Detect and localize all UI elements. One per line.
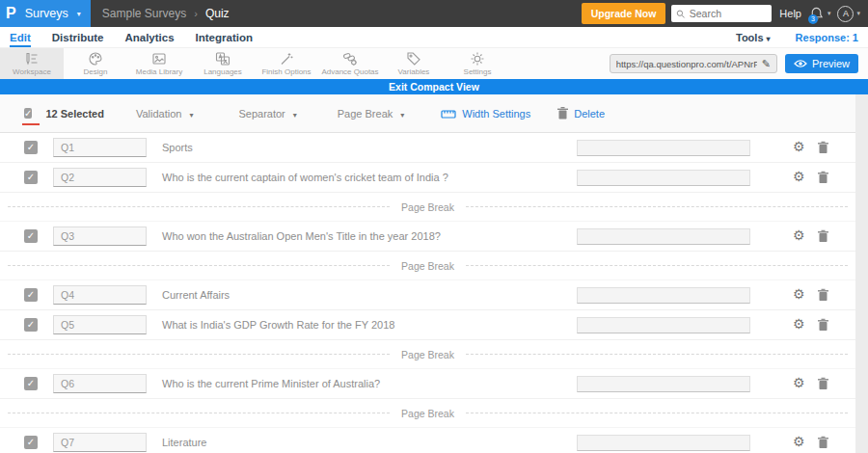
row-settings-gear-icon[interactable]: ⚙ bbox=[793, 316, 805, 332]
edit-toolbar: Workspace Design Media Library Languages… bbox=[0, 48, 868, 79]
row-settings-gear-icon[interactable]: ⚙ bbox=[793, 286, 805, 302]
row-delete-trash-icon[interactable] bbox=[818, 319, 828, 332]
row-settings-gear-icon[interactable]: ⚙ bbox=[793, 227, 805, 243]
chevron-down-icon: ▾ bbox=[827, 10, 831, 17]
notifications-button[interactable]: 3 bbox=[809, 6, 825, 21]
row-settings-gear-icon[interactable]: ⚙ bbox=[793, 375, 805, 390]
row-settings-gear-icon[interactable]: ⚙ bbox=[793, 434, 805, 449]
width-settings-button[interactable]: Width Settings bbox=[441, 107, 530, 120]
survey-url-input[interactable] bbox=[616, 59, 757, 69]
row-checkbox[interactable]: ✓ bbox=[24, 318, 38, 332]
row-delete-trash-icon[interactable] bbox=[818, 230, 828, 243]
answer-input[interactable] bbox=[577, 376, 750, 392]
answer-input[interactable] bbox=[577, 287, 750, 304]
delete-selected-button[interactable]: Delete bbox=[557, 107, 605, 120]
question-text[interactable]: Sports bbox=[162, 142, 193, 153]
question-text[interactable]: Literature bbox=[162, 437, 206, 448]
toolbar-label: Media Library bbox=[136, 67, 182, 76]
preview-button[interactable]: Preview bbox=[785, 54, 858, 73]
search-input[interactable] bbox=[690, 8, 768, 19]
edit-url-pencil-icon[interactable]: ✎ bbox=[762, 58, 771, 70]
tools-menu[interactable]: Tools ▾ bbox=[736, 32, 771, 43]
row-checkbox[interactable]: ✓ bbox=[24, 377, 38, 390]
question-text[interactable]: Who is the current Prime Minister of Aus… bbox=[162, 378, 380, 389]
chevron-down-icon: ▾ bbox=[856, 10, 860, 17]
question-text[interactable]: Who is the current captain of women's cr… bbox=[162, 172, 448, 183]
chevron-down-icon: ▾ bbox=[767, 35, 771, 43]
row-checkbox[interactable]: ✓ bbox=[24, 288, 38, 302]
row-checkbox[interactable]: ✓ bbox=[24, 229, 38, 243]
row-delete-trash-icon[interactable] bbox=[818, 289, 828, 302]
question-code-input[interactable] bbox=[53, 315, 147, 334]
question-row: ✓ Literature ⚙ bbox=[0, 428, 855, 453]
question-code-input[interactable] bbox=[53, 374, 147, 393]
chevron-down-icon: ▾ bbox=[293, 111, 297, 120]
page-break-line bbox=[466, 265, 848, 266]
response-count-link[interactable]: Response: 1 bbox=[796, 32, 858, 43]
question-code-input[interactable] bbox=[53, 138, 147, 157]
row-settings-gear-icon[interactable]: ⚙ bbox=[793, 139, 805, 154]
question-code-input[interactable] bbox=[53, 168, 147, 187]
toolbar-label: Workspace bbox=[13, 67, 51, 76]
workspace-icon bbox=[24, 51, 40, 67]
help-link[interactable]: Help bbox=[779, 8, 801, 19]
answer-input[interactable] bbox=[577, 435, 750, 451]
row-checkbox[interactable]: ✓ bbox=[24, 141, 38, 154]
answer-input[interactable] bbox=[577, 228, 750, 245]
row-checkbox[interactable]: ✓ bbox=[24, 171, 38, 184]
avatar[interactable]: A bbox=[837, 6, 854, 22]
question-text[interactable]: Who won the Australian Open Men's Title … bbox=[162, 230, 441, 242]
question-code-input[interactable] bbox=[53, 433, 147, 452]
toolbar-item-workspace[interactable]: Workspace bbox=[0, 48, 64, 79]
page-break-row: Page Break bbox=[0, 252, 855, 280]
toolbar-item-variables[interactable]: Variables bbox=[382, 48, 446, 79]
toolbar-item-media-library[interactable]: Media Library bbox=[127, 48, 191, 79]
search-box[interactable] bbox=[671, 5, 772, 22]
exit-compact-view-button[interactable]: Exit Compact View bbox=[0, 79, 868, 94]
question-text[interactable]: Current Affairs bbox=[162, 289, 230, 301]
upgrade-now-button[interactable]: Upgrade Now bbox=[582, 3, 666, 24]
question-text[interactable]: What is India's GDP Growth Rate for the … bbox=[162, 319, 394, 331]
notification-badge: 3 bbox=[808, 14, 818, 24]
select-all-checkbox[interactable]: ✓ bbox=[24, 108, 32, 119]
question-row: ✓ Who is the current Prime Minister of A… bbox=[0, 369, 855, 399]
row-delete-trash-icon[interactable] bbox=[818, 142, 828, 154]
tab-integration[interactable]: Integration bbox=[196, 32, 253, 47]
chevron-down-icon: ▾ bbox=[400, 111, 404, 120]
page-break-line bbox=[466, 413, 848, 413]
row-checkbox[interactable]: ✓ bbox=[24, 436, 38, 449]
answer-input[interactable] bbox=[577, 170, 750, 186]
right-gutter bbox=[855, 94, 868, 453]
toolbar-item-finish-options[interactable]: Finish Options bbox=[255, 48, 318, 79]
toolbar-item-advance-quotas[interactable]: Advance Quotas bbox=[318, 48, 382, 79]
preview-label: Preview bbox=[812, 58, 850, 69]
chevron-down-icon: ▾ bbox=[189, 111, 193, 120]
page-break-dropdown[interactable]: Page Break▾ bbox=[338, 108, 405, 120]
answer-input[interactable] bbox=[577, 140, 750, 156]
tab-edit[interactable]: Edit bbox=[10, 32, 31, 47]
selected-count-label: 12 Selected bbox=[45, 108, 104, 120]
row-settings-gear-icon[interactable]: ⚙ bbox=[793, 169, 805, 184]
section-nav: Edit Distribute Analytics Integration To… bbox=[0, 27, 868, 48]
question-code-input[interactable] bbox=[53, 285, 147, 305]
question-code-input[interactable] bbox=[53, 226, 147, 246]
tab-distribute[interactable]: Distribute bbox=[52, 32, 104, 47]
separator-dropdown[interactable]: Separator▾ bbox=[238, 108, 296, 120]
validation-dropdown[interactable]: Validation▾ bbox=[136, 108, 194, 120]
page-break-line bbox=[8, 413, 390, 413]
toolbar-item-languages[interactable]: Languages bbox=[191, 48, 255, 79]
search-icon bbox=[676, 9, 685, 19]
toolbar-item-settings[interactable]: Settings bbox=[446, 48, 509, 79]
toolbar-label: Advance Quotas bbox=[321, 67, 378, 76]
row-delete-trash-icon[interactable] bbox=[818, 437, 828, 449]
page-break-label: Page Break bbox=[401, 260, 454, 272]
breadcrumb-parent[interactable]: Sample Surveys bbox=[102, 7, 186, 20]
row-delete-trash-icon[interactable] bbox=[818, 172, 828, 184]
page-break-label: Page Break bbox=[401, 408, 454, 419]
toolbar-item-design[interactable]: Design bbox=[64, 48, 127, 79]
toolbar-label: Design bbox=[84, 67, 108, 76]
product-switcher[interactable]: P Surveys ▾ bbox=[0, 0, 91, 27]
answer-input[interactable] bbox=[577, 317, 750, 333]
row-delete-trash-icon[interactable] bbox=[818, 378, 828, 390]
tab-analytics[interactable]: Analytics bbox=[124, 32, 174, 47]
